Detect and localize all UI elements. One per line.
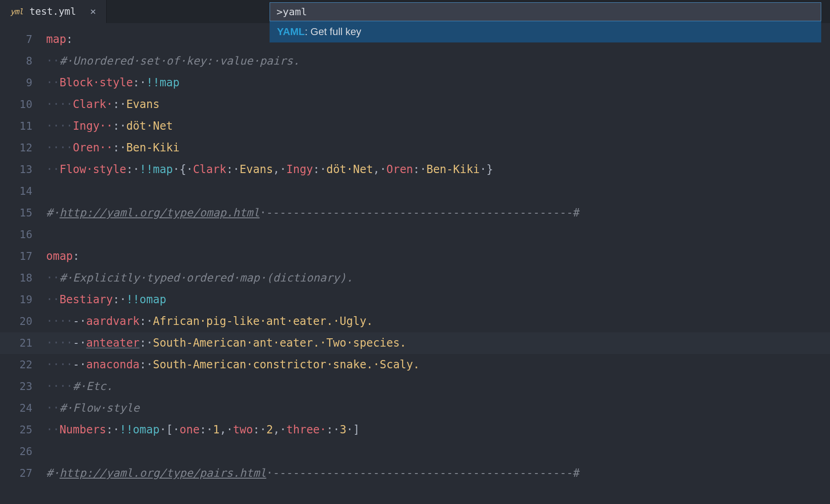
line-content	[46, 441, 830, 462]
code-line[interactable]: 15#·http://yaml.org/type/omap.html·-----…	[0, 202, 830, 224]
code-line[interactable]: 27#·http://yaml.org/type/pairs.html·----…	[0, 462, 830, 484]
gutter-line-number: 25	[0, 419, 46, 441]
code-line[interactable]: 19··Bestiary:·!!omap	[0, 289, 830, 311]
line-content: ····-·anteater:·South-American·ant·eater…	[46, 332, 830, 354]
code-line[interactable]: 14	[0, 180, 830, 202]
gutter-line-number: 18	[0, 267, 46, 289]
gutter-line-number: 24	[0, 397, 46, 419]
gutter-line-number: 14	[0, 180, 46, 202]
code-line[interactable]: 24··#·Flow·style	[0, 397, 830, 419]
gutter-line-number: 22	[0, 354, 46, 376]
gutter-line-number: 23	[0, 376, 46, 397]
command-palette: YAML: Get full key	[270, 2, 821, 42]
command-palette-input[interactable]	[276, 6, 815, 18]
line-content: ··Flow·style:·!!map·{·Clark:·Evans,·Ingy…	[46, 159, 830, 180]
gutter-line-number: 21	[0, 332, 46, 354]
line-content: ····-·anaconda:·South-American·constrict…	[46, 354, 830, 376]
line-content: #·http://yaml.org/type/pairs.html·------…	[46, 462, 830, 484]
gutter-line-number: 16	[0, 224, 46, 246]
code-line[interactable]: 22····-·anaconda:·South-American·constri…	[0, 354, 830, 376]
tab-test-yml[interactable]: yml test.yml ×	[0, 0, 107, 23]
close-icon[interactable]: ×	[90, 6, 96, 17]
code-line[interactable]: 23····#·Etc.	[0, 376, 830, 397]
gutter-line-number: 7	[0, 29, 46, 50]
line-content: ··#·Explicitly·typed·ordered·map·(dictio…	[46, 267, 830, 289]
line-content: ··Numbers:·!!omap·[·one:·1,·two:·2,·thre…	[46, 419, 830, 441]
command-palette-result[interactable]: YAML: Get full key	[270, 21, 821, 42]
gutter-line-number: 12	[0, 137, 46, 159]
yaml-file-icon: yml	[10, 7, 23, 16]
gutter-line-number: 27	[0, 462, 46, 484]
code-line[interactable]: 16	[0, 224, 830, 246]
gutter-line-number: 9	[0, 72, 46, 94]
gutter-line-number: 19	[0, 289, 46, 311]
code-line[interactable]: 17omap:	[0, 246, 830, 267]
line-content: #·http://yaml.org/type/omap.html·-------…	[46, 202, 830, 224]
gutter-line-number: 17	[0, 246, 46, 267]
line-content: ····Clark·:·Evans	[46, 94, 830, 115]
gutter-line-number: 13	[0, 159, 46, 180]
line-content	[46, 180, 830, 202]
code-line[interactable]: 18··#·Explicitly·typed·ordered·map·(dict…	[0, 267, 830, 289]
line-content: ··#·Unordered·set·of·key:·value·pairs.	[46, 50, 830, 72]
code-line[interactable]: 20····-·aardvark:·African·pig-like·ant·e…	[0, 311, 830, 332]
gutter-line-number: 10	[0, 94, 46, 115]
line-content: ····#·Etc.	[46, 376, 830, 397]
line-content: ····-·aardvark:·African·pig-like·ant·eat…	[46, 311, 830, 332]
code-line[interactable]: 10····Clark·:·Evans	[0, 94, 830, 115]
line-content: ··Bestiary:·!!omap	[46, 289, 830, 311]
line-content	[46, 224, 830, 246]
code-line[interactable]: 21····-·anteater:·South-American·ant·eat…	[0, 332, 830, 354]
code-line[interactable]: 25··Numbers:·!!omap·[·one:·1,·two:·2,·th…	[0, 419, 830, 441]
gutter-line-number: 26	[0, 441, 46, 462]
tab-filename: test.yml	[30, 6, 76, 17]
command-palette-result-prefix: YAML	[277, 26, 305, 37]
code-lines[interactable]: 7map:8··#·Unordered·set·of·key:·value·pa…	[0, 29, 830, 484]
code-line[interactable]: 11····Ingy··:·döt·Net	[0, 115, 830, 137]
gutter-line-number: 11	[0, 115, 46, 137]
gutter-line-number: 15	[0, 202, 46, 224]
command-palette-input-wrap[interactable]	[270, 2, 821, 21]
line-content: ··#·Flow·style	[46, 397, 830, 419]
line-content: ····Ingy··:·döt·Net	[46, 115, 830, 137]
editor-area[interactable]: 7map:8··#·Unordered·set·of·key:·value·pa…	[0, 23, 830, 504]
code-line[interactable]: 9··Block·style:·!!map	[0, 72, 830, 94]
gutter-line-number: 8	[0, 50, 46, 72]
code-line[interactable]: 13··Flow·style:·!!map·{·Clark:·Evans,·In…	[0, 159, 830, 180]
code-line[interactable]: 8··#·Unordered·set·of·key:·value·pairs.	[0, 50, 830, 72]
command-palette-result-rest: : Get full key	[305, 26, 361, 37]
line-content: omap:	[46, 246, 830, 267]
line-content: ····Oren··:·Ben-Kiki	[46, 137, 830, 159]
code-line[interactable]: 12····Oren··:·Ben-Kiki	[0, 137, 830, 159]
gutter-line-number: 20	[0, 311, 46, 332]
line-content: ··Block·style:·!!map	[46, 72, 830, 94]
code-line[interactable]: 26	[0, 441, 830, 462]
